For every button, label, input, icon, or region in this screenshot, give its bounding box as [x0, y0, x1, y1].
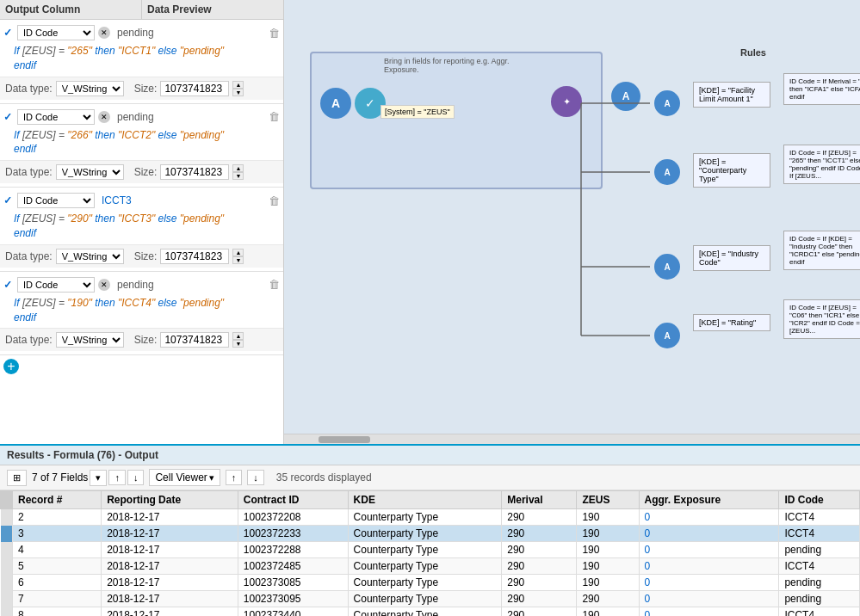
datatype-row-1: Data type: V_WString Size: ▲ ▼ [0, 77, 283, 100]
clear-btn-1[interactable]: ✕ [98, 27, 110, 39]
sort-up-btn2[interactable]: ↑ [226, 470, 243, 485]
cell-id-code: pending [779, 575, 860, 591]
size-label-3: Size: [134, 250, 158, 262]
size-down-1[interactable]: ▼ [232, 89, 244, 96]
left-panel-header: Output Column Data Preview [0, 0, 283, 20]
table-row[interactable]: 4 2018-12-17 1002372288 Counterparty Typ… [1, 542, 860, 558]
merge-node[interactable]: ✦ [551, 86, 582, 117]
datatype-select-2[interactable]: V_WString [56, 164, 124, 180]
size-input-4[interactable] [160, 332, 229, 348]
datatype-label-3: Data type: [5, 250, 53, 262]
fields-dropdown-button[interactable]: ▾ [90, 470, 107, 486]
cell-zeus: 190 [577, 607, 639, 617]
canvas-panel: Bring in fields for reporting e.g. Aggr.… [284, 0, 860, 444]
size-down-4[interactable]: ▼ [232, 340, 244, 348]
row-indicator [1, 607, 13, 617]
col-kde[interactable]: KDE [348, 491, 502, 509]
kde-industry-box: [KDE] = "Industry Code" [693, 245, 770, 271]
system-label-box: [System] = "ZEUS" [381, 105, 455, 119]
formula-text-2: If [ZEUS] = "266" then "ICCT2" else "pen… [0, 126, 283, 161]
col-type-select-4[interactable]: ID Code [17, 277, 95, 293]
cell-id-code: ICCT4 [779, 509, 860, 526]
check-icon-4: ✓ [3, 279, 14, 291]
size-up-1[interactable]: ▲ [232, 81, 244, 89]
clear-btn-4[interactable]: ✕ [98, 279, 110, 291]
clear-btn-2[interactable]: ✕ [98, 111, 110, 123]
size-input-3[interactable] [160, 249, 229, 264]
table-row[interactable]: 3 2018-12-17 1002372233 Counterparty Typ… [1, 526, 860, 542]
datatype-select-4[interactable]: V_WString [56, 332, 124, 348]
formula-row-1: ✓ ID Code ✕ pending 🗑 If [ZEUS] = "265" … [0, 20, 283, 104]
trash-icon-1[interactable]: 🗑 [269, 27, 280, 40]
cell-reporting-date: 2018-12-17 [102, 542, 238, 558]
preview-val-1: pending [114, 26, 265, 40]
node-a2[interactable]: A [611, 82, 640, 111]
table-row[interactable]: 8 2018-12-17 1002373440 Counterparty Typ… [1, 607, 860, 617]
cell-id-code: ICCT4 [779, 558, 860, 575]
col-reporting[interactable]: Reporting Date [102, 491, 238, 509]
col-aggr[interactable]: Aggr. Exposure [639, 491, 779, 509]
col-merival[interactable]: Merival [502, 491, 577, 509]
group-label: Bring in fields for reporting e.g. Aggr.… [384, 57, 529, 74]
row-indicator [1, 526, 13, 542]
trash-icon-3[interactable]: 🗑 [269, 194, 280, 207]
node-a5[interactable]: A [654, 254, 680, 280]
sort-down-button[interactable]: ↓ [127, 470, 145, 485]
cell-contract-id: 1002372288 [238, 542, 348, 558]
cell-zeus: 190 [577, 542, 639, 558]
cell-merival: 290 [502, 509, 577, 526]
cell-zeus: 190 [577, 526, 639, 542]
preview-val-2: pending [114, 110, 265, 124]
node-a1[interactable]: A [320, 88, 351, 119]
kde-rating-box: [KDE] = "Rating" [693, 314, 770, 331]
canvas-hscroll[interactable] [284, 434, 860, 444]
col-contract[interactable]: Contract ID [238, 491, 348, 509]
sort-up-button[interactable]: ↑ [108, 470, 126, 485]
trash-icon-2[interactable]: 🗑 [269, 110, 280, 123]
size-input-2[interactable] [160, 164, 229, 180]
results-body: 2 2018-12-17 1002372208 Counterparty Typ… [1, 509, 860, 617]
cell-kde: Counterparty Type [348, 607, 502, 617]
table-row[interactable]: 7 2018-12-17 1002373095 Counterparty Typ… [1, 591, 860, 607]
col-idcode[interactable]: ID Code [779, 491, 860, 509]
datatype-select-3[interactable]: V_WString [56, 249, 124, 264]
datatype-select-1[interactable]: V_WString [56, 81, 124, 96]
col-type-select-3[interactable]: ID Code [17, 193, 95, 208]
results-table-wrap[interactable]: Record # Reporting Date Contract ID KDE … [0, 490, 860, 616]
sort-down-btn2[interactable]: ↓ [247, 470, 264, 485]
formula-text-3: If [ZEUS] = "290" then "ICCT3" else "pen… [0, 210, 283, 244]
size-up-3[interactable]: ▲ [232, 249, 244, 256]
cell-record: 8 [13, 607, 102, 617]
col-type-select-2[interactable]: ID Code [17, 109, 95, 125]
row-indicator [1, 575, 13, 591]
kde-facility-box: [KDE] = "Facility Limit Amount 1" [693, 82, 770, 108]
add-formula-button[interactable]: + [3, 359, 19, 374]
size-down-3[interactable]: ▼ [232, 256, 244, 264]
cell-aggr-exposure: 0 [639, 526, 779, 542]
table-row[interactable]: 2 2018-12-17 1002372208 Counterparty Typ… [1, 509, 860, 526]
formula-row-4: ✓ ID Code ✕ pending 🗑 If [ZEUS] = "190" … [0, 272, 283, 356]
size-input-1[interactable] [160, 81, 229, 96]
cell-contract-id: 1002372208 [238, 509, 348, 526]
size-down-2[interactable]: ▼ [232, 172, 244, 180]
cell-zeus: 190 [577, 575, 639, 591]
node-a6[interactable]: A [654, 323, 680, 348]
grid-view-button[interactable]: ⊞ [7, 470, 27, 486]
cell-record: 4 [13, 542, 102, 558]
size-up-4[interactable]: ▲ [232, 332, 244, 340]
node-a3[interactable]: A [654, 90, 680, 116]
cell-viewer-button[interactable]: Cell Viewer ▾ [149, 469, 220, 486]
workflow-canvas[interactable]: Bring in fields for reporting e.g. Aggr.… [284, 0, 860, 444]
table-row[interactable]: 6 2018-12-17 1002373085 Counterparty Typ… [1, 575, 860, 591]
results-toolbar: ⊞ 7 of 7 Fields ▾ ↑ ↓ Cell Viewer ▾ ↑ ↓ … [0, 465, 860, 490]
cell-record: 6 [13, 575, 102, 591]
size-up-2[interactable]: ▲ [232, 164, 244, 172]
table-row[interactable]: 5 2018-12-17 1002372485 Counterparty Typ… [1, 558, 860, 575]
col-type-select-1[interactable]: ID Code [17, 25, 95, 40]
row-indicator [1, 509, 13, 526]
col-record[interactable]: Record # [13, 491, 102, 509]
col-zeus[interactable]: ZEUS [577, 491, 639, 509]
cell-reporting-date: 2018-12-17 [102, 509, 238, 526]
trash-icon-4[interactable]: 🗑 [269, 278, 280, 291]
node-a4[interactable]: A [654, 159, 680, 185]
